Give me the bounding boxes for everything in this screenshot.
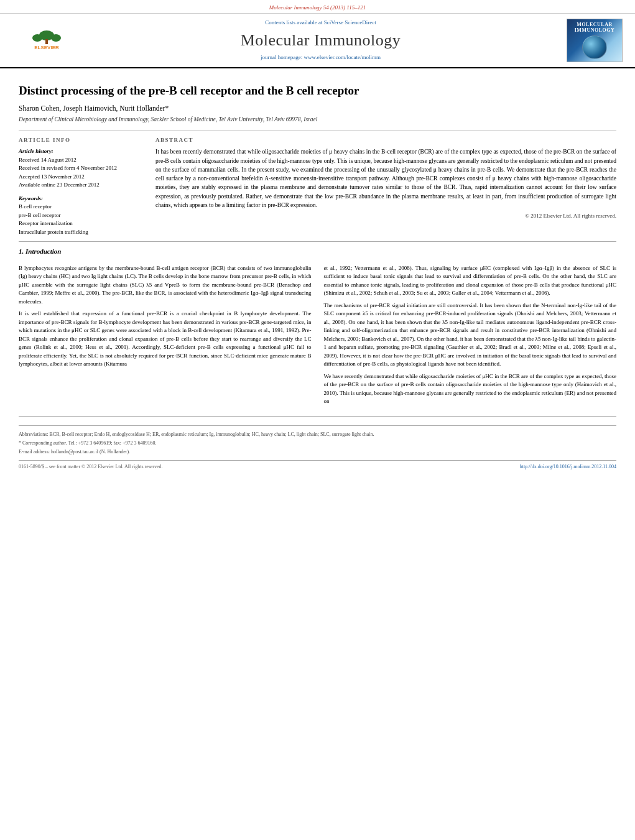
article-history: Article history: Received 14 August 2012… xyxy=(19,147,143,190)
homepage-text: journal homepage: xyxy=(261,54,304,60)
journal-homepage: journal homepage: www.elsevier.com/locat… xyxy=(81,53,560,62)
keywords-label: Keywords: xyxy=(19,195,43,201)
body-para-2: It is well established that expression o… xyxy=(19,310,312,369)
article-info-col: ARTICLE INFO Article history: Received 1… xyxy=(19,136,143,237)
article-info-heading: ARTICLE INFO xyxy=(19,136,143,144)
corresponding-author: * Corresponding author. Tel.: +972 3 640… xyxy=(19,440,616,446)
journal-logo-text-line1: MOLECULAR xyxy=(577,22,612,28)
body-para-1: B lymphocytes recognize antigens by the … xyxy=(19,264,312,307)
journal-logo-text-line2: IMMUNOLOGY xyxy=(575,27,615,34)
section1-title: 1. Introduction xyxy=(19,247,616,256)
svg-point-2 xyxy=(32,34,42,42)
article-footer: Abbreviations: BCR, B-cell receptor; End… xyxy=(19,416,616,456)
body-col-left: B lymphocytes recognize antigens by the … xyxy=(19,264,312,410)
issn-text: 0161-5890/$ – see front matter © 2012 El… xyxy=(19,463,163,470)
body-col-right: et al., 1992; Vettermann et al., 2008). … xyxy=(324,264,617,410)
doi-link[interactable]: http://dx.doi.org/10.1016/j.molimm.2012.… xyxy=(520,463,616,470)
body-columns: B lymphocytes recognize antigens by the … xyxy=(19,264,616,410)
authors: Sharon Cohen, Joseph Haimovich, Nurit Ho… xyxy=(19,103,616,113)
journal-header: ELSEVIER Contents lists available at Sci… xyxy=(0,14,635,68)
keyword-4: Intracellular protein trafficking xyxy=(19,228,143,237)
body-para-right-2: The mechanisms of pre-BCR signal initiat… xyxy=(324,302,617,369)
received-date: Received 14 August 2012 xyxy=(19,156,143,165)
email-address: E-mail address: hollandn@post.tau.ac.il … xyxy=(19,448,616,455)
accepted-date: Accepted 13 November 2012 xyxy=(19,173,143,182)
journal-logo-box: MOLECULAR IMMUNOLOGY xyxy=(567,19,623,62)
journal-logo-sphere xyxy=(582,35,607,59)
abstract-heading: ABSTRACT xyxy=(155,136,616,144)
sciverse-link[interactable]: SciVerse ScienceDirect xyxy=(324,19,376,25)
keyword-3: Receptor internalization xyxy=(19,219,143,228)
elsevier-logo-area: ELSEVIER xyxy=(12,29,81,52)
journal-title: Molecular Immunology xyxy=(81,29,560,52)
article-info-abstract: ARTICLE INFO Article history: Received 1… xyxy=(19,136,616,237)
body-para-right-1: et al., 1992; Vettermann et al., 2008). … xyxy=(324,264,617,298)
section1-heading: Introduction xyxy=(25,247,61,255)
keyword-2: pre-B cell receptor xyxy=(19,211,143,220)
elsevier-logo-svg: ELSEVIER xyxy=(19,29,75,52)
svg-text:ELSEVIER: ELSEVIER xyxy=(34,45,59,50)
article-history-label: Article history: xyxy=(19,148,53,154)
affiliation: Department of Clinical Microbiology and … xyxy=(19,116,616,124)
svg-point-3 xyxy=(51,34,61,42)
journal-citation: Molecular Immunology 54 (2013) 115–121 xyxy=(269,4,366,11)
section1-number: 1. xyxy=(19,247,24,255)
journal-citation-bar: Molecular Immunology 54 (2013) 115–121 xyxy=(0,0,635,14)
bottom-bar: 0161-5890/$ – see front matter © 2012 El… xyxy=(19,460,616,470)
body-para-right-3: We have recently demonstrated that while… xyxy=(324,372,617,406)
page: Molecular Immunology 54 (2013) 115–121 E… xyxy=(0,0,635,840)
journal-header-center: Contents lists available at SciVerse Sci… xyxy=(81,19,560,62)
footer-divider xyxy=(19,425,616,426)
homepage-link[interactable]: www.elsevier.com/locate/molimm xyxy=(304,54,381,60)
abstract-col: ABSTRACT It has been recently demonstrat… xyxy=(155,136,616,237)
copyright: © 2012 Elsevier Ltd. All rights reserved… xyxy=(155,212,616,220)
available-online-date: Available online 23 December 2012 xyxy=(19,181,143,190)
divider-1 xyxy=(19,131,616,131)
article-content: Distinct processing of the pre-B cell re… xyxy=(0,68,635,483)
keywords-block: Keywords: B cell receptor pre-B cell rec… xyxy=(19,195,143,237)
sciverse-text: Contents lists available at xyxy=(265,19,323,25)
sciverse-line: Contents lists available at SciVerse Sci… xyxy=(81,19,560,27)
article-title: Distinct processing of the pre-B cell re… xyxy=(19,83,616,99)
divider-2 xyxy=(19,241,616,242)
svg-rect-4 xyxy=(45,39,48,44)
received-revised-date: Received in revised form 4 November 2012 xyxy=(19,164,143,173)
abbreviations: Abbreviations: BCR, B-cell receptor; End… xyxy=(19,431,616,438)
keyword-1: B cell receptor xyxy=(19,203,143,211)
journal-logo-area: MOLECULAR IMMUNOLOGY xyxy=(560,19,623,62)
abstract-text: It has been recently demonstrated that w… xyxy=(155,147,616,210)
